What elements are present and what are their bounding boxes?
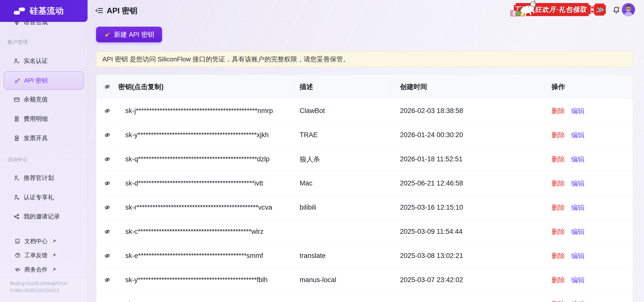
key-description: TRAE (293, 131, 392, 139)
app-window: 语音合成 硅基流动 账户管理 实名认证 API 密钥 余额充值 费用明细 发票开… (0, 0, 644, 302)
header-separator (392, 82, 392, 92)
eye-off-icon (104, 83, 111, 90)
sidebar-link-ticket-feedback[interactable]: 工单反馈 (0, 248, 88, 262)
gold-key-icon (104, 31, 111, 38)
eye-off-icon (104, 180, 111, 187)
api-key-masked[interactable]: sk-r************************************… (118, 204, 293, 211)
delete-key-link[interactable]: 删除 (551, 227, 565, 236)
sidebar-item-api-keys[interactable]: API 密钥 (3, 71, 84, 90)
promo-horse-gifts-illustration[interactable] (509, 0, 539, 18)
toggle-key-visibility[interactable] (96, 132, 118, 138)
table-row: sk-c************************************… (96, 220, 633, 244)
eye-off-icon (104, 252, 111, 259)
column-header-key: 密钥(点击复制) (118, 82, 293, 91)
delete-key-link[interactable]: 删除 (551, 203, 565, 212)
toggle-key-visibility[interactable] (96, 228, 118, 235)
delete-key-link[interactable]: 删除 (551, 300, 565, 302)
edit-key-link[interactable]: 编辑 (571, 300, 585, 302)
api-key-masked[interactable]: sk-d************************************… (118, 179, 293, 187)
toggle-key-visibility[interactable] (96, 252, 118, 259)
sidebar-link-label: 工单反馈 (24, 251, 48, 259)
delete-key-link[interactable]: 删除 (551, 276, 565, 285)
create-api-key-button[interactable]: 新建 API 密钥 (96, 27, 162, 42)
sidebar-item-balance-recharge[interactable]: 余额充值 (0, 91, 88, 107)
toggle-key-visibility[interactable] (96, 204, 118, 211)
table-row: sk-y************************************… (96, 123, 633, 147)
sidebar-item-invite-records[interactable]: 我的邀请记录 (0, 208, 88, 224)
key-created-time: 2025-06-21 12:46:58 (392, 179, 545, 187)
eye-off-icon (104, 204, 111, 211)
sidebar-item-verified-gift[interactable]: 认证专享礼 (0, 189, 88, 205)
sidebar-collapse-button[interactable] (95, 6, 104, 15)
toggle-key-visibility[interactable] (96, 277, 118, 283)
sidebar-item-label: 发票开具 (24, 134, 48, 142)
api-keys-table: 密钥(点击复制) 描述 创建时间 操作 sk-j****************… (96, 74, 633, 302)
sidebar-item-label: 实名认证 (24, 57, 48, 65)
toggle-key-visibility[interactable] (96, 301, 118, 302)
external-link-icon (52, 253, 57, 258)
column-header-created: 创建时间 (392, 82, 545, 91)
eye-off-icon (104, 132, 111, 138)
create-api-key-label: 新建 API 密钥 (114, 30, 154, 39)
api-key-masked[interactable]: sk-y************************************… (118, 131, 293, 139)
promo-banner-go-button[interactable]: ≫ (594, 4, 606, 16)
sidebar-section-activities: 活动中心 (8, 156, 28, 163)
toggle-all-keys-visibility[interactable] (96, 83, 118, 90)
sidebar-item-referral-program[interactable]: 推荐官计划 (0, 170, 88, 186)
table-header-row: 密钥(点击复制) 描述 创建时间 操作 (96, 75, 633, 99)
api-key-masked[interactable]: sk- (118, 300, 293, 302)
toggle-key-visibility[interactable] (96, 107, 118, 114)
sidebar-item-identity-verification[interactable]: 实名认证 (0, 53, 88, 69)
edit-key-link[interactable]: 编辑 (571, 155, 585, 164)
api-key-masked[interactable]: sk-j************************************… (118, 107, 293, 115)
edit-key-link[interactable]: 编辑 (571, 179, 585, 188)
key-created-time: 2026-01-24 00:30:20 (392, 131, 545, 139)
header-separator (545, 82, 545, 92)
api-key-masked[interactable]: sk-q************************************… (118, 155, 293, 163)
toggle-key-visibility[interactable] (96, 156, 118, 163)
brand-logo[interactable]: 硅基流动 (0, 0, 88, 22)
edit-key-link[interactable]: 编辑 (571, 203, 585, 212)
edit-key-link[interactable]: 编辑 (571, 227, 585, 236)
api-key-masked[interactable]: sk-y************************************… (118, 276, 293, 284)
delete-key-link[interactable]: 删除 (551, 155, 565, 164)
key-created-time: 2026-02-03 18:38:58 (392, 107, 545, 115)
delete-key-link[interactable]: 删除 (551, 131, 565, 140)
edit-key-link[interactable]: 编辑 (571, 276, 585, 285)
edit-key-link[interactable]: 编辑 (571, 131, 585, 140)
key-created-time: 2025-03-16 12:15:10 (392, 204, 545, 211)
key-description: ClawBot (293, 107, 392, 115)
delete-key-link[interactable]: 删除 (551, 251, 565, 260)
user-avatar[interactable] (622, 3, 635, 16)
invoice-yen-icon (13, 135, 20, 142)
table-row: sk-j************************************… (96, 99, 633, 123)
toggle-key-visibility[interactable] (96, 180, 118, 187)
edit-key-link[interactable]: 编辑 (571, 106, 585, 116)
unread-dot (617, 7, 619, 9)
promo-banner-bridge[interactable] (591, 7, 593, 13)
delete-key-link[interactable]: 删除 (551, 179, 565, 188)
sidebar: 语音合成 硅基流动 账户管理 实名认证 API 密钥 余额充值 费用明细 发票开… (0, 0, 88, 302)
sidebar-link-docs[interactable]: 文档中心 (0, 234, 88, 248)
api-key-masked[interactable]: sk-e************************************… (118, 252, 293, 260)
person-star-icon (13, 175, 20, 181)
sidebar-item-label: 费用明细 (24, 115, 48, 123)
edit-key-link[interactable]: 编辑 (571, 251, 585, 260)
eye-off-icon (104, 107, 111, 114)
external-link-icon (52, 239, 57, 244)
column-header-actions: 操作 (545, 82, 633, 91)
api-key-masked[interactable]: sk-c************************************… (118, 228, 293, 236)
api-key-notice-banner: API 密钥 是您访问 SiliconFlow 接口的凭证，具有该账户的完整权限… (96, 51, 633, 67)
question-circle-icon (15, 252, 21, 258)
receipt-icon (13, 116, 20, 122)
book-icon (15, 238, 21, 244)
sidebar-link-business-cooperation[interactable]: 商务合作 (0, 262, 88, 277)
sidebar-item-invoice[interactable]: 发票开具 (0, 130, 88, 146)
sidebar-item-billing-details[interactable]: 费用明细 (0, 111, 88, 127)
table-row: sk-d************************************… (96, 171, 633, 196)
avatar-image (622, 3, 635, 16)
notification-bell-button[interactable] (612, 6, 621, 15)
delete-key-link[interactable]: 删除 (551, 106, 565, 116)
key-description: translate (293, 252, 392, 260)
menu-fold-icon (95, 6, 104, 15)
